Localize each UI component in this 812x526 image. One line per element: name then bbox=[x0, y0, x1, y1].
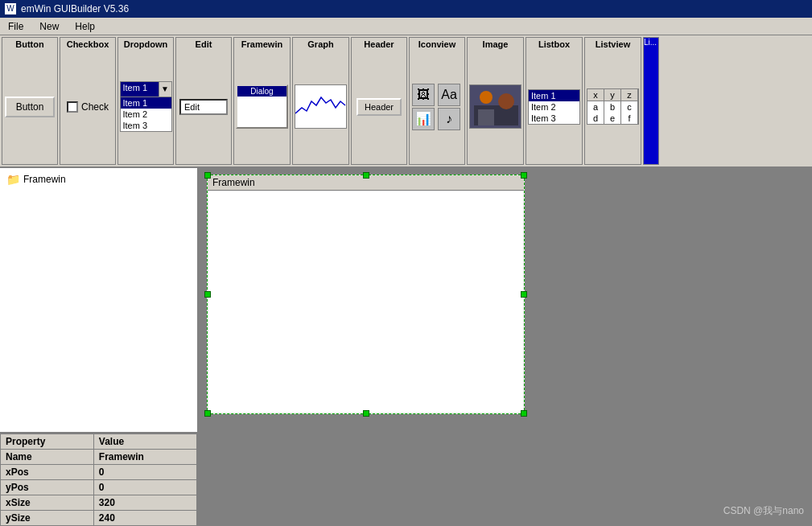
props-row: NameFramewin bbox=[1, 450, 197, 465]
image-widget-preview bbox=[469, 84, 521, 129]
props-header-row: Property Value bbox=[1, 434, 197, 450]
widget-dropdown-content: Item 1 ▼ Item 1 Item 2 Item 3 bbox=[120, 51, 171, 162]
handle-midright[interactable] bbox=[521, 291, 527, 298]
svg-rect-4 bbox=[478, 109, 494, 125]
left-panel: 📁 Framewin Property Value NameFramewinxP… bbox=[0, 168, 199, 526]
widget-header-cell: Header Header bbox=[351, 37, 407, 165]
icon-item-4: ♪ bbox=[438, 108, 460, 130]
header-widget-preview: Header bbox=[357, 98, 402, 116]
lv-row-1: a b c bbox=[587, 101, 638, 113]
button-widget-preview[interactable]: Button bbox=[5, 97, 56, 117]
widget-listview-label: Listview bbox=[596, 39, 630, 49]
dropdown-preview: Item 1 ▼ Item 1 Item 2 Item 3 bbox=[120, 81, 172, 132]
prop-name: Name bbox=[1, 450, 94, 465]
handle-botmid[interactable] bbox=[363, 410, 369, 417]
app-title: emWin GUIBuilder V5.36 bbox=[21, 3, 129, 14]
app-icon: W bbox=[5, 3, 16, 14]
tree-area: 📁 Framewin bbox=[0, 168, 197, 432]
framewin-widget-preview: Dialog bbox=[236, 84, 288, 129]
handle-topleft[interactable] bbox=[204, 172, 211, 179]
lv-cell-d: d bbox=[587, 113, 604, 124]
tree-item-label: Framewin bbox=[23, 174, 66, 185]
partial-content: Li... bbox=[644, 38, 658, 164]
titlebar: W emWin GUIBuilder V5.36 bbox=[0, 0, 812, 18]
widget-image-cell: Image bbox=[467, 37, 524, 165]
widget-image-label: Image bbox=[483, 39, 509, 49]
framewin-titlebar: Dialog bbox=[237, 86, 286, 97]
props-row: ySize240 bbox=[1, 511, 197, 526]
widget-checkbox-label: Checkbox bbox=[67, 39, 109, 49]
prop-name: ySize bbox=[1, 511, 94, 526]
dropdown-arrow[interactable]: ▼ bbox=[159, 82, 171, 97]
icon-item-3: 📊 bbox=[412, 108, 435, 130]
canvas-framewin[interactable]: Framewin bbox=[207, 175, 525, 414]
lb-item-2[interactable]: Item 2 bbox=[529, 101, 579, 113]
edit-widget-preview[interactable]: Edit bbox=[179, 99, 228, 115]
dropdown-selected: Item 1 bbox=[121, 82, 159, 97]
canvas-frame-body bbox=[208, 191, 523, 413]
props-col-value: Value bbox=[93, 434, 196, 450]
lv-cell-c: c bbox=[621, 101, 638, 113]
iconview-widget-preview: 🖼 Aa 📊 ♪ bbox=[412, 84, 462, 130]
widget-listview-content: x y z a b c d e f bbox=[587, 51, 639, 162]
listbox-widget-preview: Item 1 Item 2 Item 3 bbox=[528, 89, 580, 125]
widget-graph-content bbox=[295, 51, 347, 162]
menu-item-file[interactable]: File bbox=[3, 19, 28, 34]
widget-partial-cell: Li... bbox=[643, 37, 659, 165]
lb-item-3[interactable]: Item 3 bbox=[529, 113, 579, 124]
prop-name: xPos bbox=[1, 465, 94, 480]
prop-value: 0 bbox=[93, 465, 196, 480]
widget-button-content: Button bbox=[4, 51, 56, 162]
lv-cell-a: a bbox=[587, 101, 604, 113]
dropdown-item-2[interactable]: Item 2 bbox=[121, 109, 171, 120]
widget-iconview-content: 🖼 Aa 📊 ♪ bbox=[411, 51, 463, 162]
widget-listbox-label: Listbox bbox=[538, 39, 570, 49]
handle-topright[interactable] bbox=[521, 172, 527, 179]
handle-topmid[interactable] bbox=[363, 172, 369, 179]
menu-item-new[interactable]: New bbox=[35, 19, 64, 34]
image-svg bbox=[470, 85, 521, 129]
icon-item-1: 🖼 bbox=[412, 84, 435, 106]
widget-framewin-label: Framewin bbox=[241, 39, 282, 49]
widget-edit-content: Edit bbox=[178, 51, 229, 162]
lv-hcell-z: z bbox=[621, 89, 638, 101]
widget-graph-cell: Graph bbox=[292, 37, 349, 165]
lv-hcell-y: y bbox=[604, 89, 621, 101]
listview-header: x y z bbox=[587, 89, 638, 101]
menu-item-help[interactable]: Help bbox=[70, 19, 100, 34]
properties-panel: Property Value NameFramewinxPos0yPos0xSi… bbox=[0, 432, 197, 526]
lv-cell-b: b bbox=[604, 101, 621, 113]
tree-item-framewin[interactable]: 📁 Framewin bbox=[3, 171, 194, 187]
props-row: xPos0 bbox=[1, 465, 197, 480]
icon-item-2: Aa bbox=[438, 84, 460, 106]
widget-listview-cell: Listview x y z a b c d e f bbox=[584, 37, 641, 165]
prop-name: xSize bbox=[1, 495, 94, 511]
widget-header-label: Header bbox=[364, 39, 394, 49]
widget-listbox-content: Item 1 Item 2 Item 3 bbox=[528, 51, 580, 162]
widget-checkbox-cell: Checkbox Check bbox=[60, 37, 116, 165]
lb-item-1[interactable]: Item 1 bbox=[529, 90, 579, 101]
widget-graph-label: Graph bbox=[307, 39, 333, 49]
svg-point-3 bbox=[498, 93, 514, 109]
workspace: Framewin CSDN @我与nano bbox=[199, 168, 812, 526]
handle-midleft[interactable] bbox=[204, 291, 211, 298]
checkbox-box[interactable] bbox=[67, 101, 78, 113]
prop-value: 0 bbox=[93, 480, 196, 495]
lv-cell-e: e bbox=[604, 113, 621, 124]
widget-edit-label: Edit bbox=[196, 39, 212, 49]
handle-botleft[interactable] bbox=[204, 410, 211, 417]
handle-botright[interactable] bbox=[521, 410, 527, 417]
dropdown-item-1[interactable]: Item 1 bbox=[121, 97, 171, 109]
toolbar: Button Button Checkbox Check Dropdown It… bbox=[0, 35, 812, 168]
dropdown-top[interactable]: Item 1 ▼ bbox=[120, 81, 172, 97]
dropdown-item-3[interactable]: Item 3 bbox=[121, 120, 171, 131]
widget-checkbox-content: Check bbox=[62, 51, 113, 162]
widget-dropdown-cell: Dropdown Item 1 ▼ Item 1 Item 2 Item 3 bbox=[117, 37, 174, 165]
lv-cell-f: f bbox=[621, 113, 638, 124]
framewin-body bbox=[237, 97, 286, 127]
menubar: FileNewHelp bbox=[0, 18, 812, 35]
listview-widget-preview: x y z a b c d e f bbox=[587, 88, 639, 125]
widget-iconview-cell: Iconview 🖼 Aa 📊 ♪ bbox=[409, 37, 465, 165]
prop-value: Framewin bbox=[93, 450, 196, 465]
graph-svg bbox=[295, 85, 347, 129]
